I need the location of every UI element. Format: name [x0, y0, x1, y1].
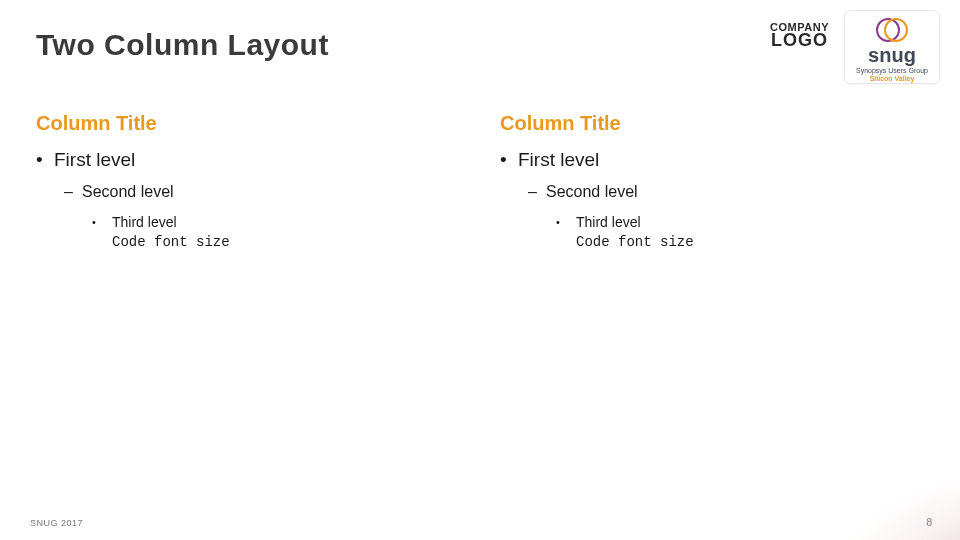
decorative-swoosh	[720, 420, 960, 540]
company-logo: COMPANY LOGO	[769, 20, 830, 52]
right-level2-text: Second level	[546, 183, 638, 200]
snug-name: snug	[851, 45, 933, 65]
snug-rings-icon	[874, 17, 910, 43]
snug-subtitle: Synopsys Users Group	[851, 67, 933, 74]
left-level2: –Second level	[64, 183, 460, 201]
left-level2-text: Second level	[82, 183, 174, 200]
left-column-title: Column Title	[36, 112, 460, 135]
snug-badge: snug Synopsys Users Group Silicon Valley	[844, 10, 940, 84]
right-level1: •First level	[500, 149, 924, 171]
decorative-swoosh-inner	[820, 460, 960, 540]
slide-title: Two Column Layout	[36, 28, 329, 62]
right-level3: •Third level	[556, 213, 924, 230]
left-level3: •Third level	[92, 213, 460, 230]
right-code-line: Code font size	[576, 234, 924, 250]
snug-region: Silicon Valley	[851, 75, 933, 82]
right-column-title: Column Title	[500, 112, 924, 135]
left-code-line: Code font size	[112, 234, 460, 250]
page-number: 8	[926, 517, 932, 528]
company-logo-bottom: LOGO	[770, 30, 829, 51]
footer-left: SNUG 2017	[30, 518, 83, 528]
right-level3-text: Third level	[576, 214, 641, 230]
left-level3-text: Third level	[112, 214, 177, 230]
left-level1: •First level	[36, 149, 460, 171]
right-level2: –Second level	[528, 183, 924, 201]
right-level1-text: First level	[518, 149, 599, 170]
columns-container: Column Title •First level –Second level …	[36, 112, 924, 250]
left-level1-text: First level	[54, 149, 135, 170]
right-column: Column Title •First level –Second level …	[500, 112, 924, 250]
left-column: Column Title •First level –Second level …	[36, 112, 460, 250]
